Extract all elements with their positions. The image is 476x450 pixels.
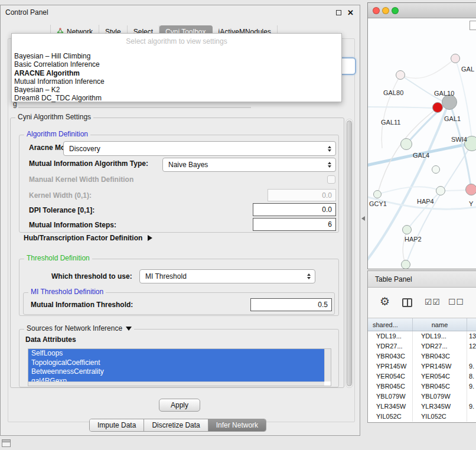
table-cell: YDR27... xyxy=(413,341,467,351)
network-node[interactable] xyxy=(373,190,382,198)
attribute-item[interactable]: gal4RGexp xyxy=(28,377,324,382)
apply-button[interactable]: Apply xyxy=(159,399,200,412)
table-cell: YDR27... xyxy=(368,341,413,351)
close-traffic-icon[interactable] xyxy=(373,7,380,14)
mi-threshold-group-title: MI Threshold Definition xyxy=(28,288,106,296)
attribute-item[interactable]: BetweennessCentrality xyxy=(28,367,324,377)
column-header[interactable]: shared... xyxy=(368,318,413,331)
data-attributes-list: SelfLoopsTopologicalCoefficientBetweenne… xyxy=(28,349,324,381)
algorithm-option[interactable]: Mutual Information Inference xyxy=(12,77,341,86)
overview-toggle[interactable] xyxy=(470,21,476,30)
which-threshold-label: Which threshold to use: xyxy=(51,272,132,281)
bottom-tabs: Impute DataDiscretize DataInfer Network xyxy=(89,419,266,432)
algorithm-definition-title: Algorithm Definition xyxy=(24,130,90,138)
table-cell: YIL052C xyxy=(413,412,467,422)
algorithm-dropdown-list: Bayesian – Hill ClimbingBasic Correlatio… xyxy=(12,52,341,103)
network-node[interactable] xyxy=(432,165,440,174)
table-cell: YLR345W xyxy=(368,402,413,412)
table-row[interactable]: YPR145WYPR145W9. xyxy=(368,361,476,371)
table-row[interactable]: YBR045CYBR045C9. xyxy=(368,381,476,392)
hub-section-toggle[interactable]: Hub/Transcription Factor Definition xyxy=(24,234,152,242)
network-node[interactable] xyxy=(402,225,412,234)
table-row[interactable]: YLR345WYLR345W9. xyxy=(368,402,476,412)
network-node[interactable] xyxy=(465,184,476,195)
algorithm-option[interactable]: ARACNE Algorithm xyxy=(12,69,341,77)
table-cell: YDL19... xyxy=(368,331,413,341)
network-node[interactable] xyxy=(400,138,412,150)
network-node-label: GAL80 xyxy=(383,89,403,96)
which-threshold-select[interactable]: MI Threshold xyxy=(139,269,315,283)
network-node-label: SWI4 xyxy=(451,136,467,143)
threshold-definition-group: Threshold Definition Which threshold to … xyxy=(19,259,339,316)
checked-boxes-icon[interactable]: ☑☑ xyxy=(425,297,441,306)
network-node-label: GAL xyxy=(461,66,474,73)
table-cell: 8. xyxy=(467,371,476,381)
manual-kernel-checkbox xyxy=(327,175,335,184)
attributes-horizontal-scrollbar[interactable] xyxy=(28,381,324,386)
algorithm-option[interactable]: Bayesian – Hill Climbing xyxy=(12,52,341,60)
network-node[interactable] xyxy=(451,54,460,63)
attribute-item[interactable]: SelfLoops xyxy=(28,349,324,358)
attributes-vertical-scrollbar[interactable] xyxy=(324,349,331,381)
docked-panel-icon[interactable] xyxy=(2,439,11,447)
algorithm-option[interactable]: Dream8 DC_TDC Algorithm xyxy=(12,94,341,102)
bottom-tab-infer-network[interactable]: Infer Network xyxy=(208,419,266,431)
network-node[interactable] xyxy=(396,70,405,80)
table-cell: YLR345W xyxy=(413,402,467,412)
mi-algorithm-type-select[interactable]: Naive Bayes xyxy=(162,158,336,172)
algorithm-option[interactable]: Basic Correlation Inference xyxy=(12,60,341,69)
gear-icon[interactable]: ⚙ xyxy=(380,295,390,308)
close-window-icon[interactable]: ✕ xyxy=(347,10,354,15)
column-header[interactable]: name xyxy=(413,318,467,331)
table-row[interactable]: YDR27...YDR27...12 xyxy=(368,341,476,351)
mi-threshold-label: Mutual Information Threshold: xyxy=(31,301,133,309)
aracne-mode-select[interactable]: Discovery xyxy=(63,141,336,156)
expand-triangle-icon xyxy=(148,235,152,241)
algorithm-definition-group: Algorithm Definition Aracne Mode: Discov… xyxy=(19,135,339,233)
network-node[interactable] xyxy=(436,186,445,195)
table-row[interactable]: YER054CYER054C8. xyxy=(368,371,476,381)
attribute-item[interactable]: TopologicalCoefficient xyxy=(28,358,324,368)
network-view-window: GALGAL80GAL10GAL11GAL1SWI4GAL4GCY1HAP4YH… xyxy=(367,2,476,269)
application-screen: Control Panel ✕ NetworkStyleSelectCyni T… xyxy=(0,0,476,450)
data-attributes-label: Data Attributes xyxy=(25,335,76,344)
table-cell: YER054C xyxy=(413,371,467,381)
table-row[interactable]: YIL052CYIL052C xyxy=(368,412,476,422)
dpi-tolerance-label: DPI Tolerance [0,1]: xyxy=(29,206,94,214)
collapse-triangle-icon xyxy=(126,327,132,331)
manual-kernel-label: Manual Kernel Width Definition xyxy=(29,175,133,184)
mi-threshold-input[interactable] xyxy=(250,298,332,311)
columns-icon[interactable] xyxy=(402,298,412,307)
table-cell: 12 xyxy=(467,341,476,351)
splitter-collapse-icon[interactable] xyxy=(361,216,365,221)
scrollbar-thumb[interactable] xyxy=(347,120,352,386)
algorithm-dropdown-popup: Select algorithm to view settings Bayesi… xyxy=(11,33,342,102)
bottom-tab-impute-data[interactable]: Impute Data xyxy=(90,419,144,431)
zoom-traffic-icon[interactable] xyxy=(392,7,399,14)
mi-steps-input[interactable] xyxy=(253,218,336,231)
network-node[interactable] xyxy=(401,260,410,269)
dpi-tolerance-input[interactable] xyxy=(253,203,336,216)
network-canvas[interactable]: GALGAL80GAL10GAL11GAL1SWI4GAL4GCY1HAP4YH… xyxy=(368,18,476,269)
table-cell: YBL079W xyxy=(413,392,467,402)
table-cell: YPR145W xyxy=(368,361,413,371)
combo-stepper-icon xyxy=(307,273,311,279)
float-window-icon[interactable] xyxy=(336,10,341,15)
table-row[interactable]: YDL19...YDL19...13 xyxy=(368,331,476,341)
table-row[interactable]: YBR043CYBR043C xyxy=(368,351,476,361)
network-node[interactable] xyxy=(432,102,443,113)
table-row[interactable]: YBL079WYBL079W xyxy=(368,392,476,402)
unchecked-boxes-icon[interactable]: ☐☐ xyxy=(448,297,464,306)
algorithm-option[interactable]: Bayesian – K2 xyxy=(12,86,341,94)
table-panel-window: Table Panel ⚙ ☑☑ ☐☐ shared...name YDL19.… xyxy=(367,270,476,423)
table-cell: YBR045C xyxy=(368,381,413,392)
settings-scrollbar[interactable] xyxy=(345,119,353,388)
column-header[interactable] xyxy=(467,318,476,331)
sources-group-title[interactable]: Sources for Network Inference xyxy=(24,324,134,332)
table-cell: 9. xyxy=(467,381,476,392)
minimize-traffic-icon[interactable] xyxy=(382,7,389,14)
table-cell: YPR145W xyxy=(413,361,467,371)
network-window-titlebar[interactable] xyxy=(368,3,476,18)
control-panel-title: Control Panel xyxy=(5,8,48,17)
bottom-tab-discretize-data[interactable]: Discretize Data xyxy=(144,419,208,431)
